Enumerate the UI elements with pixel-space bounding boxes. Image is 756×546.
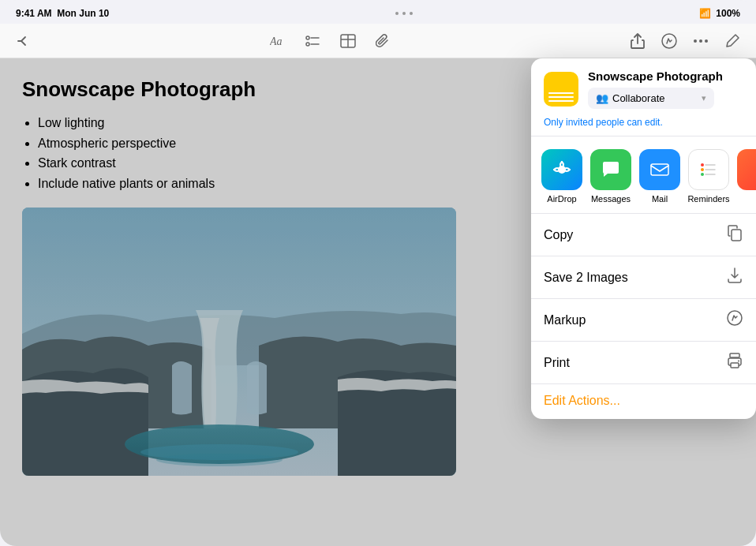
share-button[interactable] bbox=[627, 30, 649, 52]
svg-point-26 bbox=[728, 311, 742, 325]
share-apps-row: AirDrop Messages bbox=[531, 136, 756, 214]
print-icon bbox=[726, 352, 743, 373]
back-button[interactable] bbox=[13, 30, 35, 52]
markup-action[interactable]: Markup bbox=[531, 299, 756, 342]
share-more-app[interactable] bbox=[736, 149, 756, 204]
save-images-action[interactable]: Save 2 Images bbox=[531, 256, 756, 299]
status-dot-1 bbox=[395, 12, 399, 15]
people-icon: 👥 bbox=[596, 92, 608, 104]
ipad-frame: 9:41 AM Mon Jun 10 📶 100% Aa bbox=[0, 0, 756, 546]
table-icon[interactable] bbox=[337, 30, 359, 52]
checklist-icon[interactable] bbox=[302, 30, 324, 52]
share-header: Snowscape Photograph 👥 Collaborate ▾ Onl… bbox=[531, 58, 756, 136]
share-airdrop[interactable]: AirDrop bbox=[541, 149, 583, 204]
status-center bbox=[395, 12, 413, 15]
markup-action-icon bbox=[726, 309, 743, 331]
battery-icon: 100% bbox=[716, 8, 740, 19]
mail-icon bbox=[639, 149, 680, 190]
text-format-icon[interactable]: Aa bbox=[268, 30, 290, 52]
svg-point-3 bbox=[306, 43, 309, 46]
status-dot-3 bbox=[410, 12, 413, 15]
svg-rect-29 bbox=[731, 363, 739, 368]
note-app-icon bbox=[544, 72, 578, 107]
svg-point-11 bbox=[699, 39, 702, 43]
attachment-icon[interactable] bbox=[372, 30, 394, 52]
content-area: Snowscape Photograph Low lighting Atmosp… bbox=[0, 58, 756, 546]
action-list: Copy Save 2 Images bbox=[531, 214, 756, 383]
messages-icon bbox=[590, 149, 631, 190]
share-panel: Snowscape Photograph 👥 Collaborate ▾ Onl… bbox=[531, 58, 756, 419]
svg-point-21 bbox=[701, 168, 704, 171]
svg-rect-18 bbox=[651, 164, 668, 175]
edit-actions-label[interactable]: Edit Actions... bbox=[544, 394, 620, 407]
svg-point-19 bbox=[701, 163, 704, 166]
compose-button[interactable] bbox=[721, 30, 743, 52]
status-bar: 9:41 AM Mon Jun 10 📶 100% bbox=[0, 0, 756, 24]
share-note-title: Snowscape Photograph bbox=[588, 69, 723, 83]
airdrop-icon bbox=[541, 149, 582, 190]
svg-point-23 bbox=[701, 173, 704, 176]
share-mail[interactable]: Mail bbox=[638, 149, 681, 204]
print-label: Print bbox=[544, 356, 570, 370]
share-messages[interactable]: Messages bbox=[589, 149, 632, 204]
status-time: 9:41 AM Mon Jun 10 bbox=[16, 8, 109, 19]
partial-app-icon bbox=[737, 149, 756, 190]
share-reminders[interactable]: Reminders bbox=[687, 149, 730, 204]
svg-point-2 bbox=[306, 36, 309, 39]
status-right: 📶 100% bbox=[699, 8, 740, 19]
svg-point-30 bbox=[738, 361, 739, 362]
svg-rect-25 bbox=[732, 230, 741, 241]
share-note-info: Snowscape Photograph 👥 Collaborate ▾ bbox=[544, 69, 743, 109]
edit-actions[interactable]: Edit Actions... bbox=[531, 383, 756, 419]
reminders-label: Reminders bbox=[687, 194, 729, 204]
save-images-label: Save 2 Images bbox=[544, 271, 628, 285]
invite-only-text[interactable]: Only invited people can edit. bbox=[544, 117, 743, 128]
svg-point-10 bbox=[694, 39, 697, 43]
reminders-icon bbox=[688, 149, 729, 190]
chevron-down-icon: ▾ bbox=[702, 93, 706, 103]
wifi-icon: 📶 bbox=[699, 8, 711, 19]
collaborate-dropdown[interactable]: 👥 Collaborate ▾ bbox=[588, 88, 714, 109]
more-button[interactable] bbox=[690, 30, 712, 52]
collaborate-label: 👥 Collaborate bbox=[596, 92, 665, 104]
copy-icon bbox=[726, 224, 743, 245]
save-icon bbox=[726, 267, 743, 288]
copy-action[interactable]: Copy bbox=[531, 214, 756, 256]
markup-label: Markup bbox=[544, 313, 586, 327]
airdrop-label: AirDrop bbox=[547, 194, 576, 204]
markup-button[interactable] bbox=[658, 30, 680, 52]
mail-label: Mail bbox=[652, 194, 668, 204]
print-action[interactable]: Print bbox=[531, 342, 756, 383]
svg-point-12 bbox=[705, 39, 708, 43]
share-note-details: Snowscape Photograph 👥 Collaborate ▾ bbox=[588, 69, 723, 109]
messages-label: Messages bbox=[591, 194, 631, 204]
status-dot-2 bbox=[402, 12, 406, 15]
svg-text:Aa: Aa bbox=[270, 36, 283, 47]
toolbar: Aa bbox=[0, 24, 756, 58]
copy-label: Copy bbox=[544, 228, 573, 242]
svg-rect-27 bbox=[730, 353, 739, 357]
